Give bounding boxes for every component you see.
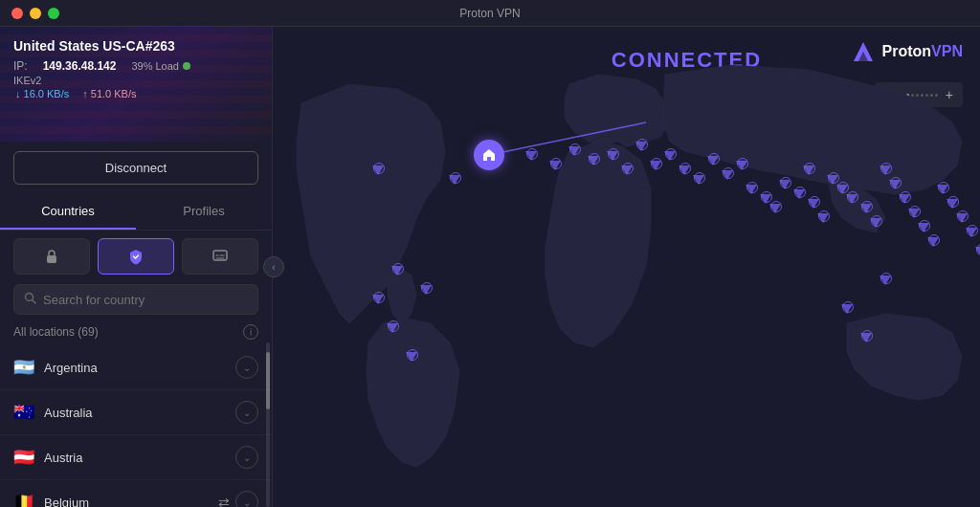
- server-pin[interactable]: [693, 175, 704, 185]
- search-input[interactable]: [43, 293, 248, 307]
- server-pin[interactable]: [722, 170, 733, 180]
- country-expand-button[interactable]: ⌄: [235, 356, 258, 379]
- server-pin[interactable]: [817, 213, 829, 223]
- app-container: United States US-CA#263 IP: 149.36.48.14…: [0, 27, 980, 507]
- server-pin[interactable]: [846, 194, 858, 204]
- tab-profiles[interactable]: Profiles: [136, 194, 272, 230]
- close-button[interactable]: [11, 8, 23, 19]
- server-pin[interactable]: [387, 323, 398, 333]
- server-pin[interactable]: [664, 151, 676, 161]
- scroll-thumb[interactable]: [266, 352, 270, 409]
- server-pin[interactable]: [779, 180, 791, 189]
- filter-special-button[interactable]: [182, 238, 258, 275]
- server-pin[interactable]: [746, 185, 757, 194]
- country-flag: 🇦🇺: [13, 405, 34, 420]
- server-pin[interactable]: [769, 204, 781, 213]
- server-pin[interactable]: [679, 165, 690, 175]
- server-name: United States US-CA#263: [13, 38, 258, 54]
- country-expand-button[interactable]: ⌄: [235, 446, 258, 469]
- server-pin[interactable]: [525, 151, 537, 161]
- server-pin[interactable]: [549, 161, 561, 170]
- recycle-icon: ⇄: [218, 495, 230, 507]
- server-pin[interactable]: [860, 204, 872, 213]
- svg-rect-0: [47, 255, 56, 263]
- server-pin[interactable]: [420, 285, 432, 295]
- download-speed: ↓ 16.0 KB/s: [15, 88, 69, 99]
- traffic-lights: [11, 8, 59, 19]
- server-pin[interactable]: [760, 194, 771, 204]
- server-pin[interactable]: [947, 199, 958, 209]
- filter-all-button[interactable]: [13, 238, 90, 275]
- country-expand-button[interactable]: ⌄: [235, 401, 258, 424]
- shield-icon: [127, 248, 145, 265]
- scroll-track: [266, 342, 270, 507]
- server-pin[interactable]: [827, 175, 838, 185]
- server-pin[interactable]: [803, 165, 814, 175]
- sidebar-collapse-arrow[interactable]: ‹: [263, 256, 284, 277]
- server-pin[interactable]: [966, 228, 977, 237]
- server-pin[interactable]: [707, 156, 719, 165]
- server-pin[interactable]: [899, 194, 910, 204]
- server-pin[interactable]: [736, 161, 747, 170]
- ip-label: IP:: [13, 59, 28, 73]
- server-pin[interactable]: [836, 185, 848, 194]
- filter-secure-button[interactable]: [98, 238, 174, 275]
- server-pin[interactable]: [568, 146, 580, 156]
- server-pin[interactable]: [841, 304, 853, 314]
- country-flag: 🇦🇹: [13, 450, 34, 465]
- disconnect-button[interactable]: Disconnect: [13, 151, 258, 185]
- server-pin[interactable]: [870, 218, 881, 228]
- server-pin[interactable]: [406, 352, 417, 362]
- server-pin[interactable]: [937, 185, 948, 194]
- server-pin[interactable]: [621, 165, 633, 175]
- server-pin[interactable]: [880, 276, 891, 285]
- server-pin[interactable]: [908, 209, 920, 218]
- server-pin[interactable]: [607, 151, 618, 161]
- server-pin[interactable]: [391, 266, 403, 276]
- server-pin[interactable]: [918, 223, 929, 232]
- server-pin[interactable]: [372, 165, 384, 175]
- info-icon[interactable]: i: [243, 324, 258, 340]
- server-pin[interactable]: [975, 247, 980, 256]
- country-actions: ⌄: [235, 446, 258, 469]
- maximize-button[interactable]: [48, 8, 59, 19]
- server-pin[interactable]: [927, 237, 939, 247]
- country-name: Belgium: [44, 496, 218, 508]
- server-pin[interactable]: [449, 175, 460, 185]
- country-flag: 🇦🇷: [13, 360, 34, 375]
- country-actions: ⇄ ⌄: [218, 491, 258, 507]
- country-name: Australia: [44, 406, 235, 420]
- server-pin[interactable]: [889, 180, 901, 189]
- country-expand-button[interactable]: ⌄: [235, 491, 258, 507]
- server-pin[interactable]: [956, 213, 968, 223]
- connection-header: United States US-CA#263 IP: 149.36.48.14…: [0, 27, 272, 142]
- country-flag: 🇧🇪: [13, 495, 34, 507]
- window-title: Proton VPN: [459, 7, 520, 20]
- country-name: Argentina: [44, 361, 235, 375]
- tabs: Countries Profiles: [0, 194, 272, 231]
- country-name: Austria: [44, 451, 235, 465]
- server-pin[interactable]: [650, 161, 661, 170]
- server-pin[interactable]: [588, 156, 599, 165]
- country-item[interactable]: 🇦🇷 Argentina ⌄: [0, 345, 272, 390]
- server-pin[interactable]: [860, 333, 872, 342]
- svg-line-3: [33, 300, 36, 304]
- home-pin: [474, 140, 504, 170]
- server-pin[interactable]: [372, 295, 384, 304]
- home-icon: [481, 147, 497, 163]
- minimize-button[interactable]: [30, 8, 41, 19]
- country-item[interactable]: 🇦🇺 Australia ⌄: [0, 390, 272, 435]
- special-icon: [212, 248, 229, 265]
- upload-speed: ↑ 51.0 KB/s: [82, 88, 136, 99]
- location-count-text: All locations (69): [13, 325, 99, 339]
- ip-address: 149.36.48.142: [43, 59, 117, 73]
- server-pin[interactable]: [880, 165, 891, 175]
- title-bar: Proton VPN: [0, 0, 980, 27]
- server-pin[interactable]: [808, 199, 819, 209]
- ip-row: IP: 149.36.48.142 39% Load: [13, 59, 258, 73]
- server-pin[interactable]: [635, 142, 647, 151]
- country-item[interactable]: 🇧🇪 Belgium ⇄ ⌄: [0, 480, 272, 507]
- country-item[interactable]: 🇦🇹 Austria ⌄: [0, 435, 272, 480]
- server-pin[interactable]: [793, 189, 805, 199]
- tab-countries[interactable]: Countries: [0, 194, 136, 230]
